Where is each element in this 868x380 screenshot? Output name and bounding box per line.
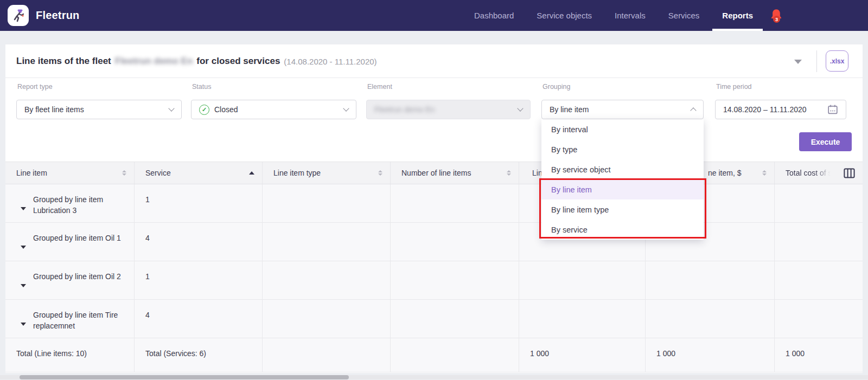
report-panel: Line items of the fleet Fleetrun demo En… bbox=[5, 44, 863, 373]
expand-row-icon[interactable] bbox=[21, 246, 26, 249]
sort-icon[interactable] bbox=[762, 170, 767, 176]
nav-services[interactable]: Services bbox=[668, 0, 700, 31]
app-logo[interactable] bbox=[8, 5, 29, 26]
service-cell: 1 bbox=[135, 261, 263, 299]
status-value: Closed bbox=[214, 105, 339, 114]
header-divider bbox=[816, 50, 817, 72]
table-row[interactable]: Grouped by line item Tire replacemnet 4 bbox=[5, 300, 863, 338]
report-type-value: By fleet line items bbox=[24, 105, 164, 114]
grouping-value: By line item bbox=[550, 105, 686, 114]
grouping-option-by-line-item[interactable]: By line item bbox=[541, 179, 704, 199]
report-type-select[interactable]: By fleet line items bbox=[16, 100, 182, 119]
line-item-cell: Grouped by line item Oil 1 bbox=[33, 233, 121, 243]
grouping-select[interactable]: By line item bbox=[541, 100, 704, 119]
col-header-service[interactable]: Service bbox=[135, 162, 263, 184]
scrollbar-thumb[interactable] bbox=[20, 375, 349, 379]
total-line-items: Total (Line items: 10) bbox=[5, 338, 135, 372]
grouping-label: Grouping bbox=[542, 83, 570, 91]
title-prefix: Line items of the fleet bbox=[16, 56, 111, 67]
chevron-down-icon bbox=[517, 105, 523, 111]
execute-button[interactable]: Execute bbox=[799, 132, 852, 151]
grouping-option-by-service-object[interactable]: By service object bbox=[541, 159, 704, 179]
total-col7: 1 000 bbox=[775, 338, 863, 372]
runner-icon bbox=[11, 9, 25, 23]
filters-bar: Report type By fleet line items Status ✓… bbox=[5, 78, 863, 162]
line-item-cell: Grouped by line item Oil 2 bbox=[33, 271, 121, 282]
col-header-line-item[interactable]: Line item bbox=[5, 162, 135, 184]
chevron-down-icon bbox=[343, 105, 349, 111]
title-suffix: for closed services bbox=[196, 56, 280, 67]
element-select: Fleetrun demo En bbox=[366, 100, 531, 119]
calendar-icon[interactable] bbox=[827, 104, 838, 115]
table-row[interactable]: Grouped by line item Oil 1 4 bbox=[5, 223, 863, 261]
expand-row-icon[interactable] bbox=[21, 323, 26, 326]
time-period-input[interactable]: 14.08.2020 – 11.11.2020 bbox=[715, 100, 846, 119]
nav-reports[interactable]: Reports bbox=[722, 0, 753, 31]
brand-title: Fleetrun bbox=[36, 0, 80, 31]
col-header-line-item-type[interactable]: Line item type bbox=[263, 162, 391, 184]
table-row[interactable]: Grouped by line item Oil 2 1 bbox=[5, 261, 863, 300]
nav-service-objects[interactable]: Service objects bbox=[537, 0, 592, 31]
col-header-total-cost[interactable]: Total cost of s bbox=[775, 162, 863, 184]
grouping-option-by-type[interactable]: By type bbox=[541, 139, 704, 159]
main-nav: Dashboard Service objects Intervals Serv… bbox=[474, 0, 753, 31]
horizontal-scrollbar[interactable] bbox=[0, 375, 868, 379]
sort-icon[interactable] bbox=[378, 170, 382, 176]
notification-badge: 3 bbox=[773, 16, 780, 23]
nav-intervals[interactable]: Intervals bbox=[615, 0, 646, 31]
element-label: Element bbox=[367, 83, 392, 91]
navbar: Fleetrun Dashboard Service objects Inter… bbox=[0, 0, 868, 31]
status-closed-check-icon: ✓ bbox=[199, 105, 209, 115]
nav-dashboard[interactable]: Dashboard bbox=[474, 0, 514, 31]
column-picker-icon[interactable] bbox=[844, 168, 855, 178]
chevron-up-icon bbox=[690, 107, 696, 113]
time-period-label: Time period bbox=[716, 83, 752, 91]
report-title: Line items of the fleet Fleetrun demo En… bbox=[16, 44, 377, 78]
table-total-row: Total (Line items: 10) Total (Services: … bbox=[5, 338, 863, 372]
table-row[interactable]: Grouped by line item Lubrication 3 1 bbox=[5, 184, 863, 223]
line-item-cell: Grouped by line item Tire replacemnet bbox=[33, 310, 130, 331]
grouping-option-by-line-item-type[interactable]: By line item type bbox=[541, 199, 704, 220]
sort-icon[interactable] bbox=[122, 170, 126, 176]
service-cell: 4 bbox=[135, 223, 263, 261]
expand-row-icon[interactable] bbox=[21, 207, 26, 210]
line-item-cell: Grouped by line item Lubrication 3 bbox=[33, 194, 130, 216]
chevron-down-icon bbox=[168, 105, 174, 111]
time-period-value: 14.08.2020 – 11.11.2020 bbox=[723, 105, 822, 114]
total-col5: 1 000 bbox=[519, 338, 646, 372]
collapse-report-icon[interactable] bbox=[794, 60, 802, 64]
expand-row-icon[interactable] bbox=[21, 284, 26, 287]
total-col6: 1 000 bbox=[646, 338, 775, 372]
col-header-number-of-line-items[interactable]: Number of line items bbox=[391, 162, 519, 184]
grouping-dropdown: By interval By type By service object By… bbox=[541, 119, 704, 240]
sort-asc-icon[interactable] bbox=[249, 171, 254, 175]
grouping-option-by-service[interactable]: By service bbox=[541, 220, 704, 240]
fleet-name-redacted: Fleetrun demo En bbox=[115, 56, 193, 67]
grouping-option-by-interval[interactable]: By interval bbox=[541, 119, 704, 139]
status-label: Status bbox=[192, 83, 211, 91]
service-cell: 1 bbox=[135, 184, 263, 222]
total-services: Total (Services: 6) bbox=[135, 338, 263, 372]
title-date-range: (14.08.2020 - 11.11.2020) bbox=[284, 57, 376, 66]
report-header: Line items of the fleet Fleetrun demo En… bbox=[5, 44, 863, 78]
report-table: Line item Service Line item type Number … bbox=[5, 162, 863, 372]
service-cell: 4 bbox=[135, 300, 263, 338]
export-xlsx-button[interactable]: .xlsx bbox=[826, 50, 848, 72]
table-header-row: Line item Service Line item type Number … bbox=[5, 162, 863, 184]
report-type-label: Report type bbox=[17, 83, 53, 91]
element-value-redacted: Fleetrun demo En bbox=[374, 105, 513, 114]
status-select[interactable]: ✓ Closed bbox=[191, 100, 356, 119]
sort-icon[interactable] bbox=[507, 170, 511, 176]
notifications-bell-icon[interactable]: 3 bbox=[769, 8, 784, 24]
